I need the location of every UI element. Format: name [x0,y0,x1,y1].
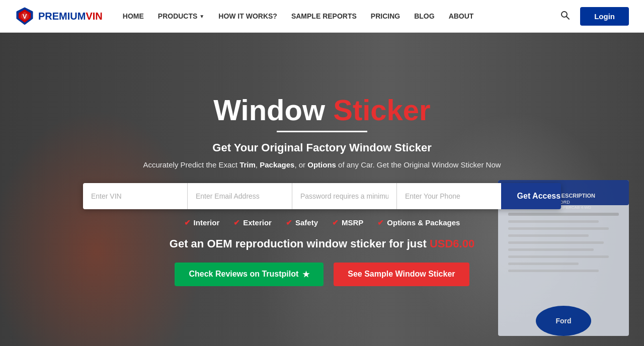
nav-item-blog[interactable]: BLOG [414,12,434,20]
nav-item-how-it-works[interactable]: HOW IT WORKS? [218,12,277,20]
hero-title-sticker: Sticker [333,94,430,126]
logo-text-premium: PREMIUM [38,11,86,22]
price-text: Get an OEM reproduction window sticker f… [170,237,474,250]
phone-input[interactable] [397,183,501,209]
check-icon: ✔ [184,218,191,227]
check-icon: ✔ [286,218,292,227]
hero-section: Ford VEHICLE DESCRIPTION FORD 2006 F-150… [0,33,644,346]
feature-msrp: ✔ MSRP [332,218,363,227]
search-icon[interactable] [560,10,570,23]
feature-options-packages: ✔ Options & Packages [377,218,460,227]
features-row: ✔ Interior ✔ Exterior ✔ Safety ✔ MSRP ✔ … [184,218,460,227]
hero-content: Window Sticker Get Your Original Factory… [0,93,644,286]
nav-links: HOME PRODUCTS ▼ HOW IT WORKS? SAMPLE REP… [123,12,560,20]
logo-shield-icon: V [15,7,34,26]
nav-item-products[interactable]: PRODUCTS ▼ [158,12,204,20]
check-icon: ✔ [332,218,339,227]
logo-text-vin: VIN [86,11,102,22]
hero-description: Accurately Predict the Exact Trim, Packa… [143,160,501,169]
feature-interior: ✔ Interior [184,218,220,227]
check-icon: ✔ [377,218,384,227]
email-input[interactable] [188,183,292,209]
svg-line-5 [567,16,570,19]
hero-divider [277,131,367,132]
logo[interactable]: V PREMIUMVIN [15,7,103,26]
cta-buttons: Check Reviews on Trustpilot ★ See Sample… [175,263,469,286]
feature-safety: ✔ Safety [286,218,318,227]
trustpilot-button[interactable]: Check Reviews on Trustpilot ★ [175,263,324,286]
login-button[interactable]: Login [580,7,629,26]
nav-item-home[interactable]: HOME [123,12,144,20]
password-input[interactable] [292,183,397,209]
svg-text:V: V [23,13,27,20]
check-icon: ✔ [233,218,240,227]
price-amount: USD6.00 [430,237,474,250]
access-form: Get Access now > [83,183,561,209]
svg-text:Ford: Ford [555,317,571,325]
feature-exterior: ✔ Exterior [233,218,272,227]
navbar: V PREMIUMVIN HOME PRODUCTS ▼ HOW IT WORK… [0,0,644,33]
hero-title: Window Sticker [213,93,430,127]
vin-input[interactable] [83,183,188,209]
sample-sticker-button[interactable]: See Sample Window Sticker [334,263,469,286]
nav-item-sample-reports[interactable]: SAMPLE REPORTS [291,12,357,20]
nav-item-about[interactable]: ABOUT [449,12,474,20]
get-access-button[interactable]: Get Access now > [501,183,561,209]
star-icon: ★ [302,270,309,279]
nav-item-pricing[interactable]: PRICING [371,12,400,20]
chevron-down-icon: ▼ [199,14,204,19]
hero-subtitle: Get Your Original Factory Window Sticker [212,141,431,154]
